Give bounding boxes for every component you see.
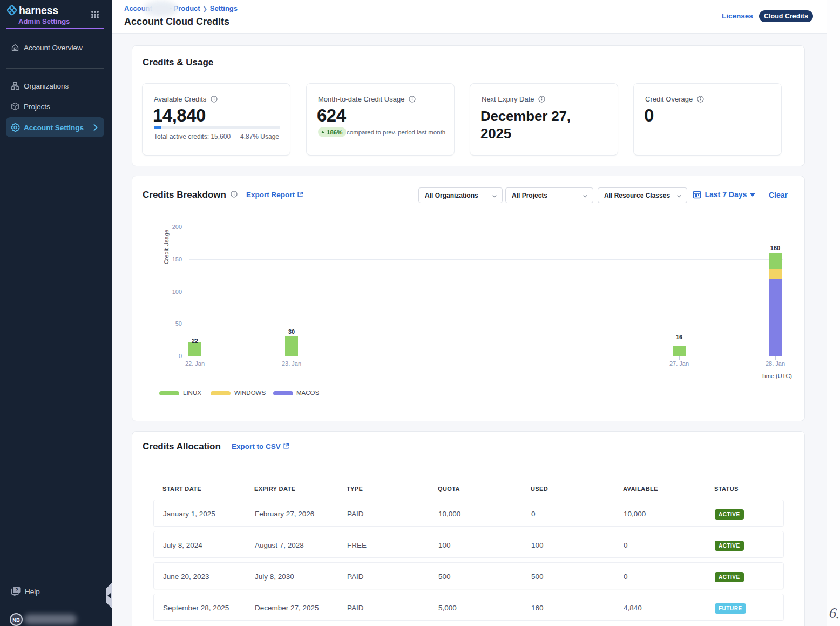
svg-text:?: ?	[15, 587, 18, 593]
